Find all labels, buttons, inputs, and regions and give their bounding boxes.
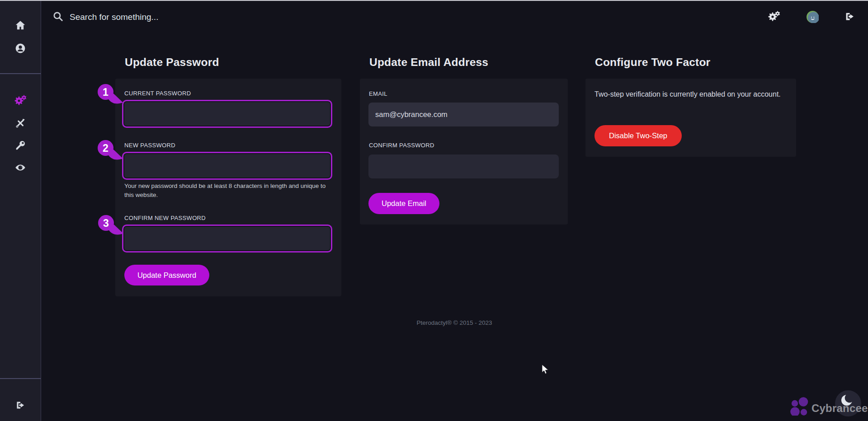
cybrancee-logo-icon <box>788 395 809 417</box>
current-password-input[interactable] <box>122 100 332 128</box>
eye-icon <box>14 162 27 173</box>
password-panel-title: Update Password <box>125 56 219 69</box>
callout-1: 1 <box>98 84 124 108</box>
sidebar-item-account[interactable] <box>0 41 41 56</box>
confirm-new-password-input[interactable] <box>122 225 332 253</box>
two-factor-panel-title: Configure Two Factor <box>595 56 710 69</box>
current-password-label: CURRENT PASSWORD <box>124 90 191 97</box>
logout-icon <box>844 10 856 23</box>
topbar-settings-button[interactable] <box>767 10 781 23</box>
search-input[interactable] <box>69 10 351 24</box>
email-label: EMAIL <box>369 90 387 97</box>
sidebar-divider-top <box>0 73 41 74</box>
footer-copyright: Pterodactyl® © 2015 - 2023 <box>41 319 868 326</box>
sidebar-item-tools[interactable] <box>0 115 41 131</box>
confirm-password-label: CONFIRM PASSWORD <box>369 142 434 149</box>
email-confirm-password-input[interactable] <box>368 154 559 178</box>
sidebar-item-activity[interactable] <box>0 160 41 175</box>
home-icon <box>14 19 26 31</box>
tools-icon <box>14 117 27 129</box>
gears-icon <box>14 94 27 107</box>
confirm-new-password-label: CONFIRM NEW PASSWORD <box>124 215 206 221</box>
sidebar-item-logout[interactable] <box>0 398 41 413</box>
callout-2-number: 2 <box>103 142 108 154</box>
logout-icon <box>14 399 26 411</box>
mouse-cursor <box>542 364 549 377</box>
email-panel-title: Update Email Address <box>369 56 488 69</box>
key-icon <box>14 140 26 151</box>
callout-3-number: 3 <box>103 217 109 229</box>
callout-1-number: 1 <box>103 86 108 98</box>
callout-3: 3 <box>98 215 124 239</box>
update-password-button[interactable]: Update Password <box>124 265 209 285</box>
two-factor-status-text: Two-step verification is currently enabl… <box>594 89 784 100</box>
sidebar <box>0 0 41 421</box>
update-email-panel: EMAIL CONFIRM PASSWORD Update Email <box>360 79 568 225</box>
search-icon <box>52 11 64 22</box>
user-circle-icon <box>14 42 26 54</box>
new-password-help: Your new password should be at least 8 c… <box>124 182 329 200</box>
sidebar-item-settings-active[interactable] <box>0 93 41 108</box>
disable-two-step-button[interactable]: Disable Two-Step <box>594 125 682 146</box>
cybrancee-logo-text: Cybrancee <box>811 402 868 415</box>
gears-icon <box>767 10 781 23</box>
update-email-button[interactable]: Update Email <box>368 193 439 214</box>
callout-2: 2 <box>98 140 124 164</box>
new-password-label: NEW PASSWORD <box>124 142 175 149</box>
user-avatar[interactable] <box>807 11 819 23</box>
sidebar-item-api-key[interactable] <box>0 138 41 153</box>
new-password-input[interactable] <box>122 152 332 180</box>
email-input[interactable] <box>368 103 559 126</box>
sidebar-divider-bottom <box>0 378 41 379</box>
two-factor-panel: Two-step verification is currently enabl… <box>585 79 796 157</box>
topbar-logout-button[interactable] <box>844 10 856 23</box>
window-top-edge <box>0 0 868 1</box>
update-password-panel: CURRENT PASSWORD NEW PASSWORD Your new p… <box>115 79 341 296</box>
sidebar-item-home[interactable] <box>0 18 41 33</box>
